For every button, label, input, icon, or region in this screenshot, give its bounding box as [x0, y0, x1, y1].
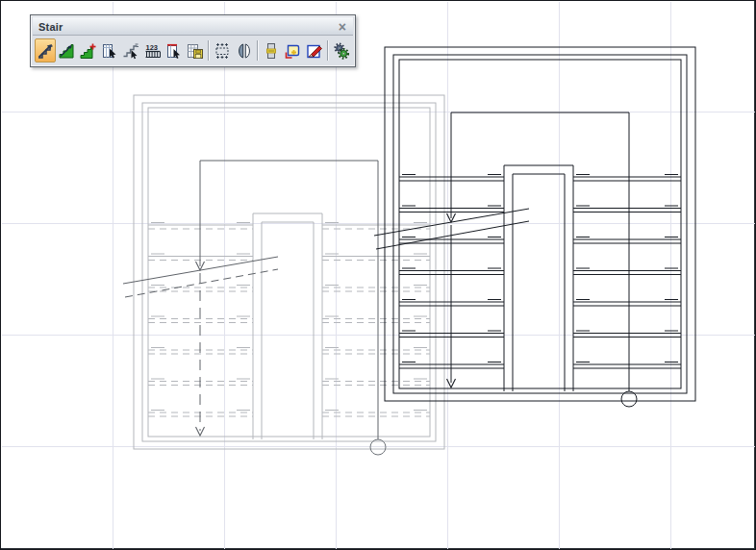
create-stair-icon	[57, 41, 76, 61]
toolbar-buttons: 123	[32, 36, 354, 65]
create-stair-button[interactable]	[56, 38, 77, 62]
toolbar-title: Stair	[38, 21, 63, 33]
toolbar-separator	[257, 40, 259, 61]
settings-gears-icon	[332, 41, 351, 61]
fit-size-icon	[213, 41, 232, 61]
grid-lines	[2, 2, 756, 550]
tread-numbering-button[interactable]: 123	[141, 38, 163, 62]
library-part-button[interactable]	[282, 38, 303, 62]
stair-plan-active[interactable]	[374, 47, 695, 407]
section-column-icon	[262, 41, 281, 61]
toolbar-separator	[208, 40, 210, 61]
toolbar-separator	[327, 40, 329, 61]
add-stair-icon	[79, 41, 98, 61]
stair-tool-icon	[36, 41, 55, 61]
section-column-button[interactable]	[261, 38, 282, 62]
panel-select-icon	[100, 41, 119, 61]
stair-toolbar: Stair × 123	[30, 14, 356, 67]
add-stair-button[interactable]	[78, 38, 99, 62]
panel-select-button[interactable]	[99, 38, 120, 62]
panel-marked-select-icon	[164, 41, 184, 61]
settings-gears-button[interactable]	[331, 38, 352, 62]
stair-tool-button[interactable]	[35, 38, 56, 62]
save-stair-button[interactable]	[185, 38, 206, 62]
panel-marked-select-button[interactable]	[164, 38, 185, 62]
toolbar-titlebar[interactable]: Stair ×	[33, 17, 353, 36]
app-window: Stair × 123	[0, 0, 756, 550]
mirror-button[interactable]	[234, 38, 255, 62]
save-stair-icon	[186, 41, 205, 61]
close-icon[interactable]: ×	[337, 21, 348, 33]
svg-text:123: 123	[145, 42, 158, 51]
edit-marker-button[interactable]	[303, 38, 324, 62]
library-part-icon	[283, 41, 302, 61]
pick-stair-button[interactable]	[120, 38, 141, 62]
mirror-icon	[235, 41, 254, 61]
edit-marker-icon	[305, 41, 324, 61]
fit-size-button[interactable]	[212, 38, 233, 62]
tread-numbering-icon: 123	[143, 41, 163, 61]
drawing-canvas[interactable]	[1, 1, 756, 550]
pick-stair-icon	[121, 41, 140, 61]
